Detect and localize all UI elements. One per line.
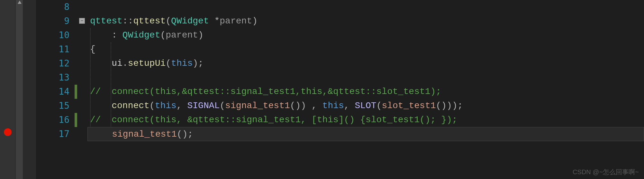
token-keyword: this [322,101,344,111]
change-mark [75,113,77,127]
token-macro: SLOT [355,101,376,111]
line-number[interactable]: 16 [36,113,69,127]
token-paren: ( [376,101,382,111]
token-slot: slot_test1 [382,101,436,111]
token-signal: signal_test1 [112,129,177,139]
line-number[interactable]: 14 [36,85,69,99]
code-line[interactable]: qttest::qttest(QWidget *parent) [87,14,644,28]
code-line[interactable]: // connect(this, &qttest::signal_test1, … [87,113,644,127]
token-param: parent [166,30,198,40]
token-ident: ui [112,58,122,68]
code-area[interactable]: qttest::qttest(QWidget *parent) : QWidge… [87,0,644,179]
token-comment: // connect(this, &qttest::signal_test1, … [90,115,458,125]
change-indicator-strip [75,0,77,179]
code-line[interactable]: : QWidget(parent) [87,28,644,42]
token-brace: { [90,44,95,54]
code-line[interactable]: { [87,42,644,56]
token-punct: , [344,101,355,111]
token-keyword: this [155,101,177,111]
code-line[interactable] [87,0,644,14]
token-punct: :: [122,16,133,26]
breakpoint-margin[interactable] [0,0,15,179]
token-type: QWidget [171,16,209,26]
code-line[interactable]: connect(this, SIGNAL(signal_test1()) , t… [87,99,644,113]
line-number[interactable]: 15 [36,99,69,113]
line-number[interactable]: 17 [36,127,69,141]
token-paren: ( [220,101,225,111]
line-number[interactable]: 8 [36,0,69,14]
token-func: connect [112,101,150,111]
token-paren: ())); [436,101,463,111]
token-param: parent [220,16,252,26]
line-number[interactable]: 10 [36,28,69,42]
token-paren: ()) , [290,101,322,111]
token-paren: (); [177,129,193,139]
token-comment: // connect(this,&qttest::signal_test1,th… [90,87,441,97]
token-macro: SIGNAL [187,101,220,111]
token-paren: ) [198,30,204,40]
token-func: qttest [133,16,166,26]
line-number[interactable]: 11 [36,42,69,56]
token-paren: ( [166,16,171,26]
token-keyword: this [171,58,193,68]
token-paren: ( [150,101,155,111]
fold-strip: − [77,0,87,179]
token-punct: . [122,58,128,68]
token-punct: , [177,101,187,111]
line-number[interactable]: 13 [36,71,69,85]
token-method: setupUi [128,58,166,68]
token-paren: ( [160,30,166,40]
token-paren: ( [166,58,171,68]
token-punct: * [209,16,220,26]
overview-strip [23,0,36,179]
code-editor: 8 9 10 11 12 13 14 15 16 17 − qttest::qt… [0,0,644,179]
token-signal: signal_test1 [225,101,290,111]
code-line[interactable]: // connect(this,&qttest::signal_test1,th… [87,85,644,99]
line-number[interactable]: 12 [36,56,69,71]
token-paren: ) [252,16,258,26]
change-mark [75,85,77,99]
breakpoint-dot[interactable] [4,128,12,136]
token-punct: : [112,30,122,40]
code-line[interactable] [87,71,644,85]
scroll-up-icon[interactable] [18,1,22,4]
line-number-gutter: 8 9 10 11 12 13 14 15 16 17 [36,0,75,179]
code-line[interactable]: ui.setupUi(this); [87,56,644,71]
token-paren: ); [193,58,204,68]
token-type: qttest [90,16,122,26]
fold-collapse-icon[interactable]: − [79,18,85,24]
token-type: QWidget [122,30,160,40]
code-line-current[interactable]: signal_test1(); [87,127,644,141]
overview-scroll[interactable] [15,0,23,179]
line-number[interactable]: 9 [36,14,69,28]
watermark-text: CSDN @~怎么回事啊~ [573,168,639,176]
